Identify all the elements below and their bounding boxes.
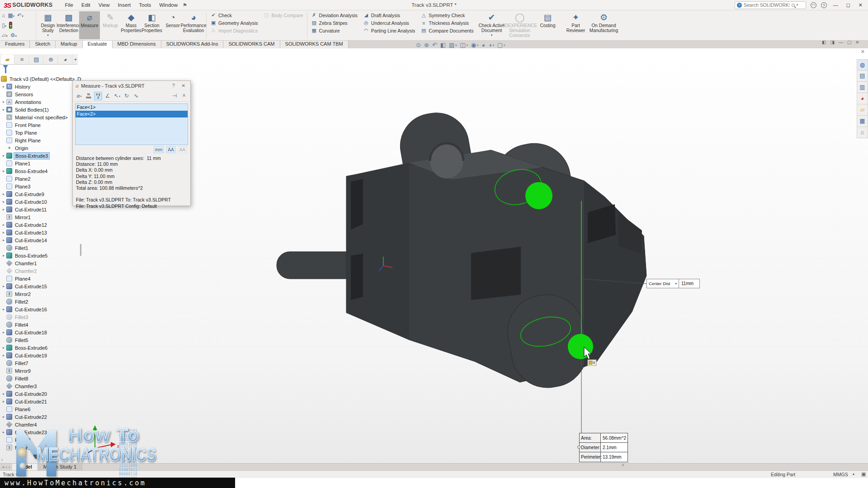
ribbon-button[interactable]: ✎ Markup ▾ (100, 11, 121, 39)
table-collapse-icon[interactable]: ˄ (622, 463, 624, 468)
arc-circle-measure-icon[interactable]: ⌀▾ (75, 92, 83, 100)
tree-scroll-right-icon[interactable]: › (74, 457, 75, 462)
dialog-help-button[interactable]: ? (170, 83, 177, 88)
save-icon[interactable]: ▦▾ (8, 12, 14, 19)
command-tab[interactable]: Sketch (30, 41, 56, 48)
undo-icon[interactable]: ↶▾ (17, 12, 24, 19)
ribbon-small-button[interactable]: ⚠ Import Diagnostics (210, 27, 258, 34)
ribbon-small-button[interactable]: ✔ Check (210, 12, 258, 19)
tree-item[interactable]: ▸ Fillet7 (1, 359, 81, 367)
expand-arrow-icon[interactable]: ▸ (1, 346, 6, 350)
tree-item[interactable]: ▸ Chamfer3 (1, 382, 81, 390)
pin-dialog-icon[interactable]: ⊣ (170, 92, 179, 100)
file-explorer-icon[interactable]: ▱ (857, 104, 868, 116)
selection-list-item[interactable]: Face<1> (75, 104, 188, 111)
panel-splitter-handle[interactable] (80, 244, 81, 256)
expand-arrow-icon[interactable]: ▸ (1, 192, 6, 196)
show-xyz-icon[interactable]: x yz (94, 92, 102, 100)
tree-item[interactable]: ▸ Mirror1 (1, 213, 81, 221)
selection-list-item[interactable]: Face<2> (75, 111, 188, 117)
ribbon-small-button[interactable]: ▣ Geometry Analysis (210, 19, 258, 26)
zoom-area-icon[interactable]: ⊕ (424, 42, 429, 48)
expand-arrow-icon[interactable]: ▸ (1, 353, 6, 357)
callout-dropdown[interactable]: Center Dist ▾ (646, 279, 679, 288)
design-library-icon[interactable]: ▤ (857, 70, 868, 82)
taskpane-close-icon[interactable]: ✕ (861, 49, 865, 55)
dialog-close-button[interactable]: ✕ (179, 83, 188, 88)
home-icon[interactable]: ⌂ (2, 12, 5, 19)
command-tab[interactable]: SOLIDWORKS CAM (223, 41, 280, 48)
tree-item[interactable]: ▸ Chamfer4 (1, 421, 81, 428)
increase-text-icon[interactable]: AA (166, 146, 175, 153)
search-icon[interactable] (792, 4, 795, 7)
ribbon-button[interactable]: ◧ Section Properties ▾ (142, 11, 162, 39)
ribbon-small-button[interactable]: △ Symmetry Check (420, 12, 473, 19)
quick-tips-icon[interactable]: ▣ (861, 471, 866, 477)
tree-item[interactable]: ▸ Sensors (1, 90, 81, 98)
dropdown-caret-icon[interactable]: ▾ (47, 33, 49, 37)
expand-arrow-icon[interactable]: ▸ (1, 84, 6, 89)
expand-arrow-icon[interactable]: ▸ (1, 238, 6, 242)
ribbon-small-button[interactable]: ◢ Draft Analysis (363, 12, 415, 19)
ribbon-button[interactable]: ⚙ On Demand Manufacturing ▾ (590, 11, 618, 39)
units-caret-icon[interactable]: ▴ (853, 472, 854, 476)
tree-item[interactable]: ▸ Cut-Extrude10 (1, 198, 81, 206)
ribbon-small-button[interactable]: ◫ Body Compare (264, 12, 303, 19)
ribbon-button[interactable]: ✔ Check Active Document ▾ (478, 11, 506, 39)
tree-item[interactable]: ▸ Annotations (1, 98, 81, 106)
expand-arrow-icon[interactable]: ▸ (1, 207, 6, 211)
ribbon-button[interactable]: ◆ Mass Properties ▾ (121, 11, 142, 39)
ruler-units-icon[interactable]: mm (154, 146, 164, 153)
tree-scroll-left-icon[interactable]: ‹ (1, 457, 3, 462)
command-tab[interactable]: SOLIDWORKS Add-Ins (161, 41, 224, 48)
help-icon[interactable]: ? (821, 2, 827, 8)
ribbon-small-button[interactable]: ◎ Undercut Analysis (363, 19, 415, 26)
tree-item[interactable]: ▸ Mirror2 (1, 290, 81, 298)
tree-item[interactable]: ▸ Cut-Extrude21 (1, 398, 81, 405)
custom-properties-icon[interactable]: ⌂ (857, 127, 868, 138)
search-caret-icon[interactable]: ▾ (797, 3, 798, 7)
fm-tab-scroll-icon[interactable]: ◂ (74, 57, 76, 61)
search-input[interactable] (744, 2, 790, 8)
tree-item[interactable]: ▸ Solid Bodies(1) (1, 106, 81, 113)
tree-item[interactable]: ▸ Cut-Extrude20 (1, 390, 81, 398)
edit-appearance-icon[interactable]: ◕ (481, 42, 485, 48)
display-style-icon[interactable]: ◫▾ (460, 42, 467, 48)
tree-root-item[interactable]: Track v3 (Default) <<Default>_Display (1, 75, 81, 83)
next-tab-icon[interactable]: › (9, 465, 10, 469)
tree-item[interactable]: ▸ Cut-Extrude18 (1, 328, 81, 336)
doc-restore-icon[interactable]: ▢ (847, 40, 851, 45)
tree-item[interactable]: ▸ Cut-Extrude11 (1, 206, 81, 213)
dimxpertmanager-tab[interactable]: ⊕ (44, 55, 58, 64)
tree-item[interactable]: ▸ Top Plane (1, 129, 81, 136)
menu-item[interactable]: File (61, 1, 77, 9)
expand-arrow-icon[interactable]: ▸ (1, 307, 6, 311)
section-view-icon[interactable]: ◧ (440, 42, 446, 48)
tree-item[interactable]: ▸ Boss-Extrude5 (1, 252, 81, 259)
units-precision-icon[interactable]: inmm (85, 92, 93, 100)
tree-item[interactable]: ▸ Mirror11 (1, 444, 81, 451)
tree-item[interactable]: ▸ History (1, 83, 81, 90)
filter-funnel-icon[interactable] (3, 65, 8, 69)
tree-item[interactable]: ▸ Fillet8 (1, 375, 81, 382)
expand-arrow-icon[interactable]: ▸ (1, 108, 6, 112)
prev-tab-icon[interactable]: ‹ (6, 465, 7, 469)
ribbon-button[interactable]: ◕ Performance Evaluation ▾ (183, 11, 204, 39)
ribbon-small-button[interactable]: ◠ Parting Line Analysis (363, 27, 415, 34)
help-search-box[interactable]: ? ▾ (735, 1, 806, 9)
tree-item[interactable]: ▸ Chamfer2 (1, 267, 81, 275)
menu-item[interactable]: Window (155, 1, 182, 9)
tree-item[interactable]: ▸ Chamfer1 (1, 259, 81, 267)
expand-arrow-icon[interactable]: ▸ (1, 430, 6, 434)
expand-arrow-icon[interactable]: ▸ (1, 253, 6, 258)
tree-item[interactable]: ▸ Cut-Extrude12 (1, 221, 81, 229)
tree-item[interactable]: ▸ Boss-Extrude6 (1, 344, 81, 352)
zoom-fit-icon[interactable]: ⊙ (416, 42, 421, 48)
expand-arrow-icon[interactable]: ▸ (1, 415, 6, 419)
ribbon-button[interactable]: ▩ Interference Detection ▾ (58, 11, 79, 39)
tree-item[interactable]: ▸ Right Plane (1, 136, 81, 144)
tree-item[interactable]: ▸ Boss-Extrude4 (1, 167, 81, 175)
document-tab[interactable]: Motion Study 1 (38, 464, 82, 470)
ribbon-button[interactable]: ▤ Costing ▾ (534, 11, 562, 39)
ribbon-button[interactable]: ▦ Design Study ▾ (38, 11, 58, 39)
